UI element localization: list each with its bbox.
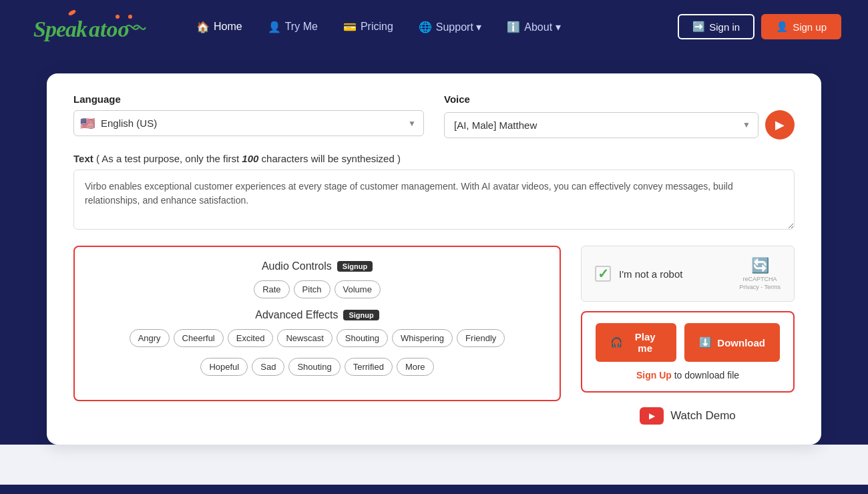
- action-box: 🎧 Play me ⬇️ Download Sign Up to downloa…: [581, 311, 795, 393]
- bottom-row: Audio Controls Signup Rate Pitch Volume …: [73, 246, 795, 425]
- signup-label: Sign up: [793, 21, 827, 33]
- nav-home-label: Home: [214, 21, 242, 33]
- terrified-button[interactable]: Terrified: [345, 358, 393, 376]
- action-buttons: 🎧 Play me ⬇️ Download: [596, 323, 780, 362]
- play-icon: ▶: [775, 117, 785, 132]
- nav-pricing[interactable]: 💳 Pricing: [334, 15, 403, 39]
- nav-about[interactable]: ℹ️ About ▾: [497, 15, 570, 39]
- audio-controls-label: Audio Controls: [262, 260, 332, 272]
- advanced-effects-title: Advanced Effects Signup: [91, 309, 544, 321]
- advanced-effects-label: Advanced Effects: [255, 309, 338, 321]
- download-link-text: Sign Up to download file: [636, 370, 739, 381]
- shouting-button[interactable]: Shouting: [337, 329, 388, 347]
- recaptcha-label: I'm not a robot: [619, 268, 731, 280]
- voice-group: Voice [AI, Male] Matthew ▼ ▶: [444, 93, 795, 140]
- main-card: Language 🇺🇸 English (US) ▼ Voice [AI, Ma…: [47, 73, 821, 445]
- watch-demo-label: Watch Demo: [670, 409, 736, 423]
- text-input[interactable]: Virbo enables exceptional customer exper…: [73, 170, 795, 230]
- angry-button[interactable]: Angry: [130, 329, 170, 347]
- signup-person-icon: 👤: [776, 21, 789, 33]
- nav-support-label: Support ▾: [436, 21, 481, 33]
- svg-text:Speak: Speak: [33, 17, 87, 41]
- whispering-button[interactable]: Whispering: [392, 329, 453, 347]
- recaptcha-box: ✓ I'm not a robot 🔄 reCAPTCHA Privacy - …: [581, 246, 795, 302]
- recaptcha-check-icon: ✓: [598, 266, 609, 282]
- audio-controls-tags: Rate Pitch Volume: [91, 280, 544, 298]
- language-select[interactable]: English (US): [73, 110, 424, 136]
- youtube-button[interactable]: ▶: [640, 407, 664, 425]
- right-side: ✓ I'm not a robot 🔄 reCAPTCHA Privacy - …: [581, 246, 795, 425]
- effects-tags-row1: Angry Cheerful Excited Newscast Shouting…: [91, 329, 544, 347]
- svg-text:atoo: atoo: [89, 17, 129, 41]
- effects-signup-badge[interactable]: Signup: [343, 310, 379, 320]
- cheerful-button[interactable]: Cheerful: [174, 329, 224, 347]
- signin-button[interactable]: ➡️ Sign in: [678, 14, 754, 39]
- navbar: Speak atoo 🏠 Home 👤 Try Me 💳 Pricing 🌐: [0, 0, 868, 53]
- play-me-label: Play me: [628, 331, 662, 354]
- voice-select[interactable]: [AI, Male] Matthew: [444, 112, 758, 138]
- recaptcha-links: Privacy - Terms: [739, 284, 781, 290]
- watch-demo-row: ▶ Watch Demo: [581, 407, 795, 425]
- signup-link[interactable]: Sign Up: [636, 370, 672, 381]
- headphones-icon: 🎧: [610, 336, 623, 348]
- nav-tryme[interactable]: 👤 Try Me: [258, 15, 327, 39]
- play-me-button[interactable]: 🎧 Play me: [596, 323, 676, 362]
- language-select-wrapper: 🇺🇸 English (US) ▼: [73, 110, 424, 136]
- language-voice-row: Language 🇺🇸 English (US) ▼ Voice [AI, Ma…: [73, 93, 795, 140]
- nav-links: 🏠 Home 👤 Try Me 💳 Pricing 🌐 Support ▾ ℹ️…: [187, 15, 678, 39]
- text-bold-100: 100: [242, 153, 258, 164]
- more-button[interactable]: More: [397, 358, 434, 376]
- language-label: Language: [73, 93, 424, 105]
- newscast-button[interactable]: Newscast: [277, 329, 332, 347]
- nav-home[interactable]: 🏠 Home: [187, 15, 252, 39]
- download-icon: ⬇️: [699, 336, 712, 348]
- voice-row: [AI, Male] Matthew ▼ ▶: [444, 110, 795, 140]
- audio-signup-badge[interactable]: Signup: [337, 261, 373, 272]
- nav-tryme-label: Try Me: [285, 21, 318, 33]
- pricing-icon: 💳: [343, 21, 357, 33]
- sad-button[interactable]: Sad: [252, 358, 284, 376]
- nav-actions: ➡️ Sign in 👤 Sign up: [678, 14, 841, 39]
- shouting2-button[interactable]: Shouting: [288, 358, 340, 376]
- excited-button[interactable]: Excited: [228, 329, 274, 347]
- bottom-fill: [0, 445, 868, 485]
- download-label: Download: [717, 337, 765, 348]
- text-section-label: Text ( As a test purpose, only the first…: [73, 153, 795, 164]
- about-icon: ℹ️: [507, 21, 520, 33]
- volume-button[interactable]: Volume: [335, 280, 381, 298]
- signup-button[interactable]: 👤 Sign up: [761, 14, 841, 39]
- page-background: Language 🇺🇸 English (US) ▼ Voice [AI, Ma…: [0, 53, 868, 445]
- home-icon: 🏠: [196, 21, 210, 33]
- hopeful-button[interactable]: Hopeful: [200, 358, 248, 376]
- friendly-button[interactable]: Friendly: [457, 329, 505, 347]
- rate-button[interactable]: Rate: [254, 280, 289, 298]
- voice-label: Voice: [444, 93, 795, 105]
- audio-controls-title: Audio Controls Signup: [91, 260, 544, 272]
- text-note-after: characters will be synthesized ): [258, 153, 401, 164]
- download-button[interactable]: ⬇️ Download: [684, 323, 780, 362]
- pitch-button[interactable]: Pitch: [294, 280, 331, 298]
- voice-select-wrapper: [AI, Male] Matthew ▼: [444, 112, 758, 138]
- text-section: Text ( As a test purpose, only the first…: [73, 153, 795, 232]
- support-icon: 🌐: [419, 21, 432, 33]
- tryme-icon: 👤: [268, 21, 281, 33]
- recaptcha-icon: 🔄: [751, 257, 769, 274]
- nav-pricing-label: Pricing: [361, 21, 393, 33]
- text-strong-label: Text: [73, 153, 93, 164]
- logo: Speak atoo: [27, 9, 147, 45]
- text-note-before: ( As a test purpose, only the first: [96, 153, 242, 164]
- recaptcha-brand-text: reCAPTCHA: [743, 276, 777, 282]
- download-file-text: to download file: [674, 370, 739, 381]
- recaptcha-checkbox[interactable]: ✓: [595, 266, 611, 282]
- svg-point-3: [128, 15, 132, 19]
- signin-icon: ➡️: [692, 21, 705, 33]
- nav-support[interactable]: 🌐 Support ▾: [409, 15, 491, 39]
- svg-point-2: [116, 15, 120, 19]
- recaptcha-logo: 🔄 reCAPTCHA Privacy - Terms: [739, 257, 781, 290]
- signin-label: Sign in: [709, 21, 740, 33]
- svg-point-4: [67, 9, 76, 16]
- logo-svg: Speak atoo: [27, 9, 147, 45]
- voice-preview-button[interactable]: ▶: [765, 110, 795, 140]
- youtube-play-icon: ▶: [649, 411, 655, 421]
- language-group: Language 🇺🇸 English (US) ▼: [73, 93, 424, 140]
